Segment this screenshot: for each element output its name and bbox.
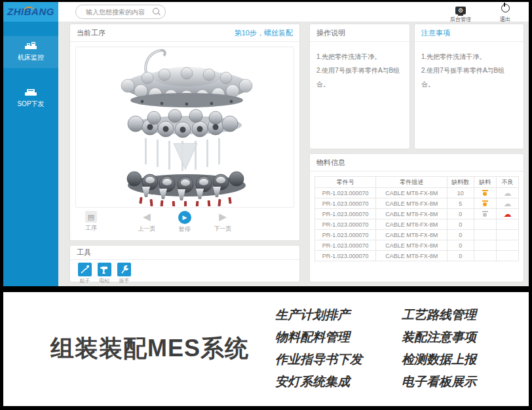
screwdriver-icon (78, 263, 92, 276)
defect-cell: ☁ (496, 198, 518, 209)
tool-wrench[interactable]: 扳手 (117, 263, 131, 284)
shortage-cell (474, 219, 496, 230)
wrench-icon (117, 263, 131, 276)
part-description: CABLE MT8-FX-8M (376, 251, 447, 261)
prev-triangle-icon: ◀ (136, 210, 158, 223)
prev-page-button[interactable]: ◀ 上一页 (136, 210, 158, 234)
process-list-label: 工序 (78, 224, 104, 233)
feature-item: 物料配料管理 (275, 326, 362, 348)
notes-body: 1.先把零件洗清干净。2.使用7号扳手将零件A与B组合。 (415, 42, 523, 99)
defect-upload-cloud-icon[interactable]: ☁ (503, 189, 511, 198)
column-header: 零件描述 (376, 177, 447, 188)
part-description: CABLE MT8-FX-8M (376, 209, 447, 219)
part-number: PR-1.023.000070 (315, 188, 376, 198)
sidebar-item-label: SOP下发 (17, 100, 44, 107)
defect-cell (496, 240, 518, 251)
part-number: PR-1.023.000070 (315, 219, 376, 230)
instruction-line: 2.使用7号扳手将零件A与B组合。 (316, 64, 403, 91)
sidebar-item-sop[interactable]: SOP下发 (3, 83, 58, 115)
tool-label: 扳手 (117, 277, 131, 284)
table-row[interactable]: PR-1.023.000070CABLE MT8-FX-8M0 (315, 240, 519, 251)
shortage-cell (474, 198, 496, 209)
admin-monitor-gear-icon: ⚙ (455, 7, 466, 14)
part-description: CABLE MT8-FX-8M (376, 240, 447, 251)
materials-card: 物料信息 零件号零件描述缺料数缺料不良 PR-1.023.000070CABLE… (309, 153, 524, 282)
table-row[interactable]: PR-1.023.000070CABLE MT8-FX-8M0 (315, 251, 519, 261)
shortage-count: 0 (447, 251, 474, 261)
tool-drill[interactable]: 电钻 (98, 263, 111, 284)
prev-page-label: 上一页 (136, 225, 158, 233)
column-header: 不良 (496, 177, 518, 188)
table-row[interactable]: PR-1.023.000070CABLE MT8-FX-8M5☁ (315, 198, 519, 209)
part-number: PR-1.023.000070 (315, 198, 376, 209)
feature-item: 检测数据上报 (402, 348, 476, 371)
next-page-button[interactable]: ▶ 下一页 (212, 210, 234, 234)
defect-cell (496, 230, 518, 240)
mes-system-title: 组装装配MES系统 (50, 333, 249, 365)
logout-button[interactable]: 退出 (500, 3, 510, 23)
feature-item: 工艺路线管理 (402, 304, 476, 326)
search-box[interactable] (75, 5, 166, 19)
material-call-icon[interactable] (482, 211, 489, 217)
search-icon[interactable] (153, 8, 159, 14)
sop-document-icon (24, 88, 37, 97)
pause-label: 暂停 (174, 225, 196, 234)
feature-item: 安灯系统集成 (275, 371, 362, 393)
defect-upload-cloud-icon[interactable]: ☁ (503, 210, 511, 219)
defect-cell: ☁ (496, 209, 518, 219)
feature-list-right: 工艺路线管理装配注意事项检测数据上报电子看板展示 (402, 304, 476, 393)
part-description: CABLE MT8-FX-8M (376, 230, 447, 240)
column-header: 缺料 (474, 177, 496, 188)
defect-upload-cloud-icon[interactable]: ☁ (503, 199, 511, 208)
part-description: CABLE MT8-FX-8M (376, 198, 447, 209)
shortage-cell (474, 240, 496, 251)
feature-item: 生产计划排产 (275, 304, 362, 326)
tools-card: 工具 起子 电钻 扳手 (69, 245, 300, 282)
search-input[interactable] (85, 6, 155, 19)
marketing-panel: 组装装配MES系统 生产计划排产物料配料管理作业指导书下发安灯系统集成 工艺路线… (3, 292, 529, 406)
next-triangle-icon: ▶ (212, 210, 234, 223)
mes-app-screenshot: ZHIBANG 机床监控 SOP下发 (3, 2, 529, 286)
part-number: PR-1.023.000070 (315, 240, 376, 251)
process-list-button[interactable]: ▤ (85, 211, 97, 223)
table-row[interactable]: PR-1.023.000070CABLE MT8-FX-8M0 (315, 230, 519, 240)
table-row[interactable]: PR-1.023.000070CABLE MT8-FX-8M0 (315, 219, 519, 230)
next-page-label: 下一页 (212, 225, 234, 233)
shortage-cell (474, 188, 496, 198)
notes-card: 注意事项 1.先把零件洗清干净。2.使用7号扳手将零件A与B组合。 (414, 24, 524, 149)
part-number: PR-1.023.000070 (315, 230, 376, 240)
process-step-label: 第10步，螺丝装配 (235, 24, 293, 41)
instructions-card: 操作说明 1.先把零件洗清干净。2.使用7号扳手将零件A与B组合。 (309, 24, 410, 149)
materials-table: 零件号零件描述缺料数缺料不良 PR-1.023.000070CABLE MT8-… (314, 176, 519, 261)
process-image (75, 47, 294, 208)
shortage-cell (474, 209, 496, 219)
table-row[interactable]: PR-1.023.000070CABLE MT8-FX-8M0☁ (315, 209, 519, 219)
column-header: 缺料数 (447, 177, 474, 188)
drill-icon (98, 263, 111, 276)
shortage-count: 10 (447, 188, 474, 198)
material-call-icon[interactable] (482, 190, 489, 196)
admin-label: 后台管理 (450, 16, 471, 23)
current-process-card: 当前工序 第10步，螺丝装配 (69, 24, 300, 241)
material-call-icon[interactable] (482, 200, 489, 207)
materials-table-body: PR-1.023.000070CABLE MT8-FX-8M10☁PR-1.02… (315, 188, 519, 261)
column-header: 零件号 (315, 177, 376, 188)
defect-cell (496, 251, 518, 261)
pause-button[interactable]: ▶ 暂停 (174, 210, 196, 234)
shortage-count: 0 (447, 209, 474, 219)
feature-item: 装配注意事项 (402, 326, 476, 348)
admin-button[interactable]: ⚙ 后台管理 (450, 3, 471, 23)
feature-list-left: 生产计划排产物料配料管理作业指导书下发安灯系统集成 (275, 304, 362, 393)
part-number: PR-1.023.000070 (315, 251, 376, 261)
power-icon (501, 4, 510, 12)
current-process-title: 当前工序 (77, 24, 105, 41)
part-description: CABLE MT8-FX-8M (376, 219, 447, 230)
instructions-title: 操作说明 (316, 24, 345, 41)
table-row[interactable]: PR-1.023.000070CABLE MT8-FX-8M10☁ (315, 188, 519, 198)
shortage-count: 0 (447, 219, 474, 230)
tool-screwdriver[interactable]: 起子 (78, 263, 92, 284)
sidebar-item-machine-monitor[interactable]: 机床监控 (3, 36, 58, 68)
play-circle-icon: ▶ (178, 211, 191, 224)
tool-label: 电钻 (98, 277, 111, 284)
instructions-body: 1.先把零件洗清干净。2.使用7号扳手将零件A与B组合。 (310, 42, 409, 99)
